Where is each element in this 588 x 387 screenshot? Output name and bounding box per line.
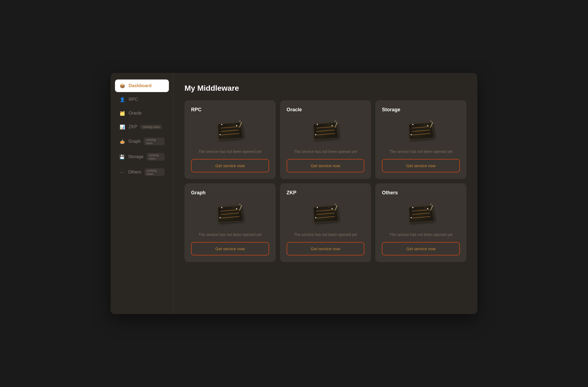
sparkle-icon: ✦: [426, 207, 429, 210]
sparkle-icon: ✦: [316, 206, 318, 209]
sparkle-icon: ✦: [219, 216, 221, 219]
sparkle-icon: ·: [328, 123, 329, 126]
coming-soon-badge-others: coming soon: [145, 168, 165, 176]
get-service-button-others[interactable]: Get service now: [382, 242, 460, 255]
app-container: 📦Dashboard👤RPC🗂️Oracle📊ZKPcoming soon🥧Gr…: [111, 73, 477, 314]
coming-soon-badge-storage: coming soon: [147, 153, 165, 161]
scroll-art: ✦ ✦ · ✦: [405, 200, 437, 227]
main-content: My Middleware RPC ✦ ✦ · ✦ T: [174, 73, 477, 314]
sparkle-icon: ✦: [331, 124, 333, 127]
card-description-zkp: The service has not been opened yet: [294, 232, 357, 238]
card-title-storage: Storage: [382, 107, 400, 113]
sidebar-item-graph[interactable]: 🥧Graphcoming soon: [115, 134, 169, 149]
get-service-button-storage[interactable]: Get service now: [382, 159, 460, 172]
sidebar-item-storage[interactable]: 💾Storagecoming soon: [115, 150, 169, 164]
card-illustration-zkp: ✦ ✦ · ✦: [309, 200, 342, 227]
sparkle-icon: ✦: [235, 124, 238, 127]
graph-icon: 🥧: [119, 138, 125, 144]
others-icon: ⋯: [119, 169, 125, 175]
sparkle-icon: ✦: [410, 133, 412, 136]
service-card-rpc: RPC ✦ ✦ · ✦ The service has not been ope…: [185, 100, 276, 179]
rpc-icon: 👤: [119, 96, 125, 103]
card-title-others: Others: [382, 190, 398, 196]
card-description-storage: The service has not been opened yet: [389, 149, 452, 155]
sidebar-label-others: Others: [128, 170, 141, 175]
sidebar-item-others[interactable]: ⋯Otherscoming soon: [115, 165, 169, 179]
sparkle-icon: ·: [424, 206, 425, 209]
get-service-button-zkp[interactable]: Get service now: [287, 242, 365, 255]
sparkle-icon: ✦: [410, 216, 412, 219]
sidebar-item-zkp[interactable]: 📊ZKPcoming soon: [115, 121, 169, 133]
card-title-oracle: Oracle: [287, 107, 302, 113]
scroll-art: ✦ ✦ · ✦: [405, 117, 437, 144]
sidebar-item-rpc[interactable]: 👤RPC: [115, 93, 169, 106]
sparkle-icon: ✦: [412, 123, 414, 126]
zkp-icon: 📊: [119, 124, 125, 130]
card-illustration-storage: ✦ ✦ · ✦: [405, 117, 437, 144]
sparkle-icon: ✦: [235, 207, 238, 210]
needle: [333, 120, 339, 128]
sparkle-icon: ✦: [412, 206, 414, 209]
service-card-others: Others ✦ ✦ · ✦ The service has not been …: [375, 183, 466, 262]
get-service-button-graph[interactable]: Get service now: [191, 242, 269, 255]
sidebar-label-graph: Graph: [128, 139, 140, 144]
service-card-storage: Storage ✦ ✦ · ✦ The service has not been…: [375, 100, 466, 179]
scroll-art: ✦ ✦ · ✦: [214, 200, 246, 227]
card-illustration-graph: ✦ ✦ · ✦: [214, 200, 246, 227]
card-title-zkp: ZKP: [287, 190, 296, 196]
needle: [237, 203, 244, 211]
storage-icon: 💾: [119, 154, 125, 160]
coming-soon-badge-zkp: coming soon: [140, 125, 162, 129]
scroll-art: ✦ ✦ · ✦: [309, 117, 342, 144]
sidebar-label-rpc: RPC: [129, 97, 138, 102]
sidebar-label-zkp: ZKP: [129, 124, 137, 129]
get-service-button-rpc[interactable]: Get service now: [191, 159, 269, 172]
scroll-art: ✦ ✦ · ✦: [214, 117, 246, 144]
sparkle-icon: ✦: [221, 206, 223, 209]
service-card-zkp: ZKP ✦ ✦ · ✦ The service has not been ope…: [280, 183, 371, 262]
sparkle-icon: ✦: [219, 133, 221, 136]
card-description-graph: The service has not been opened yet: [198, 232, 261, 238]
sidebar-label-dashboard: Dashboard: [129, 83, 152, 88]
sparkle-icon: ·: [328, 206, 329, 209]
sparkle-icon: ✦: [331, 207, 333, 210]
card-illustration-oracle: ✦ ✦ · ✦: [309, 117, 342, 144]
card-title-rpc: RPC: [191, 107, 201, 113]
card-illustration-rpc: ✦ ✦ · ✦: [214, 117, 246, 144]
coming-soon-badge-graph: coming soon: [144, 138, 165, 145]
sidebar: 📦Dashboard👤RPC🗂️Oracle📊ZKPcoming soon🥧Gr…: [111, 73, 174, 314]
card-description-rpc: The service has not been opened yet: [198, 149, 261, 155]
cards-grid: RPC ✦ ✦ · ✦ The service has not been ope…: [185, 100, 466, 262]
sidebar-item-dashboard[interactable]: 📦Dashboard: [115, 79, 169, 92]
needle: [333, 203, 339, 211]
get-service-button-oracle[interactable]: Get service now: [287, 159, 365, 172]
sidebar-label-storage: Storage: [128, 154, 143, 159]
service-card-graph: Graph ✦ ✦ · ✦ The service has not been o…: [185, 183, 276, 262]
card-description-others: The service has not been opened yet: [389, 232, 452, 238]
sparkle-icon: ·: [424, 123, 425, 126]
service-card-oracle: Oracle ✦ ✦ · ✦ The service has not been …: [280, 100, 371, 179]
sidebar-label-oracle: Oracle: [129, 111, 142, 116]
card-illustration-others: ✦ ✦ · ✦: [405, 200, 437, 227]
sparkle-icon: ✦: [426, 124, 429, 127]
sparkle-icon: ✦: [315, 133, 317, 136]
oracle-icon: 🗂️: [119, 110, 125, 116]
needle: [428, 120, 434, 128]
needle: [428, 203, 434, 211]
sparkle-icon: ✦: [221, 123, 223, 126]
sparkle-icon: ·: [233, 123, 234, 126]
card-description-oracle: The service has not been opened yet: [294, 149, 357, 155]
sidebar-item-oracle[interactable]: 🗂️Oracle: [115, 107, 169, 119]
page-title: My Middleware: [185, 84, 466, 93]
sparkle-icon: ✦: [315, 216, 317, 219]
dashboard-icon: 📦: [119, 83, 125, 89]
card-title-graph: Graph: [191, 190, 206, 196]
sparkle-icon: ·: [233, 206, 234, 209]
needle: [237, 120, 244, 128]
sparkle-icon: ✦: [316, 123, 318, 126]
scroll-art: ✦ ✦ · ✦: [309, 200, 342, 227]
